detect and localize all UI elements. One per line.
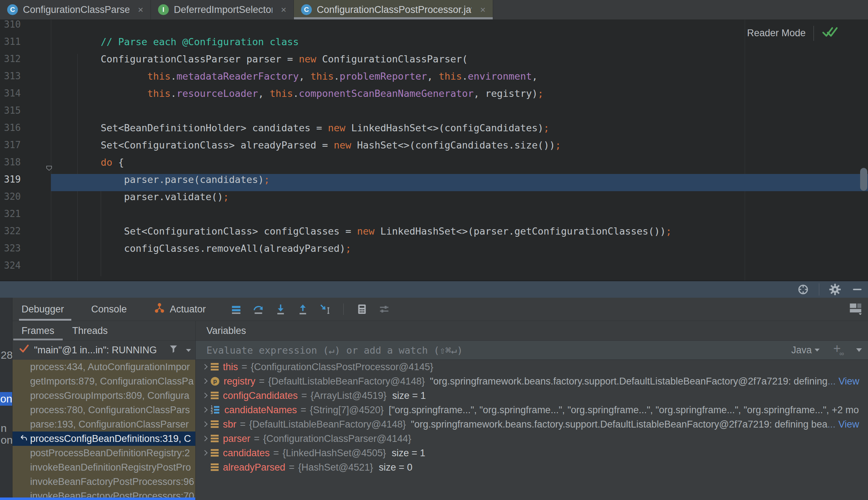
line-number: 311 [0,36,21,47]
code-line[interactable]: 320 parser.validate(); [0,191,868,208]
expand-chevron-icon[interactable] [201,392,209,399]
code-line[interactable]: 312 ConfigurationClassParser parser = ne… [0,53,868,71]
expand-chevron-icon[interactable] [201,435,209,442]
add-watch-icon[interactable] [832,344,844,356]
target-icon[interactable] [797,283,810,296]
code-line[interactable]: 323 configClasses.removeAll(alreadyParse… [0,243,868,260]
evaluate-expression-bar[interactable]: Evaluate expression (↵) or add a watch (… [196,341,868,360]
code-line[interactable]: 315 [0,105,868,122]
frames-list[interactable]: process:434, AutoConfigurationImporgetIm… [13,360,195,500]
variable-name: candidateNames [224,405,297,416]
view-link[interactable]: View [838,419,859,430]
stack-frame-row[interactable]: processConfigBeanDefinitions:319, C [13,431,195,446]
stack-frame-row[interactable]: invokeBeanFactoryPostProcessors:96 [13,475,195,489]
code-text: parser.parse(candidates); [54,174,270,185]
gear-icon[interactable] [829,283,841,296]
chevron-down-icon[interactable] [186,349,191,352]
variable-name: sbr [223,419,237,430]
settings-sliders-icon[interactable] [378,303,390,315]
tab-debugger[interactable]: Debugger [13,298,78,321]
close-icon[interactable]: × [477,4,486,15]
close-icon[interactable]: × [134,4,143,15]
code-line[interactable]: 318 do { [0,157,868,174]
equals-sign: = [237,419,249,430]
field-icon [211,420,219,429]
line-number: 324 [0,260,21,271]
stack-frame-row[interactable]: process:434, AutoConfigurationImpor [13,360,195,374]
tab-threads[interactable]: Threads [63,321,117,340]
code-line[interactable]: 313 this.metadataReaderFactory, this.pro… [0,71,868,88]
stack-frame-row[interactable]: processGroupImports:809, Configura [13,388,195,403]
array-icon [211,406,220,414]
variable-row[interactable]: pregistry={DefaultListableBeanFactory@41… [196,374,868,388]
stack-frame-row[interactable]: process:780, ConfigurationClassPars [13,403,195,417]
truncation-ellipsis: ... [828,419,836,430]
code-line[interactable]: 321 [0,208,868,226]
expand-chevron-icon[interactable] [201,421,209,428]
step-out-icon[interactable] [297,303,309,315]
language-selector[interactable]: Java [791,345,820,356]
editor-tab[interactable]: IDeferredImportSelector.java× [151,0,294,19]
step-into-icon[interactable] [275,303,287,315]
field-icon [211,463,219,472]
stack-frame-row[interactable]: postProcessBeanDefinitionRegistry:2 [13,446,195,460]
double-check-icon[interactable] [822,25,838,42]
stack-frame-row[interactable]: invokeBeanDefinitionRegistryPostPro [13,460,195,475]
variable-row[interactable]: parser={ConfigurationClassParser@4144} [196,431,868,446]
editor-tab[interactable]: CConfigurationClassParser.java× [0,0,151,19]
reader-mode-label[interactable]: Reader Mode [747,28,806,39]
stack-frame-row[interactable]: getImports:879, ConfigurationClassPa [13,374,195,388]
ide-window: CConfigurationClassParser.java×IDeferred… [0,0,868,500]
code-line[interactable]: 322 Set<ConfigurationClass> configClasse… [0,226,868,243]
step-over-icon[interactable] [252,303,264,315]
variable-row[interactable]: candidateNames={String[7]@4520}["org.spr… [196,403,868,417]
evaluate-calculator-icon[interactable] [356,303,368,315]
evaluate-input[interactable]: Evaluate expression (↵) or add a watch (… [206,345,791,356]
line-number: 315 [0,105,21,116]
view-link[interactable]: View [839,376,859,387]
variable-row[interactable]: candidates={LinkedHashSet@4505}size = 1 [196,446,868,460]
tab-label: Debugger [22,304,64,315]
code-line[interactable]: 319 parser.parse(candidates); [0,174,868,191]
tab-console[interactable]: Console [78,298,140,321]
hide-toolwindow-icon[interactable] [851,283,864,296]
tab-actuator[interactable]: Actuator [140,298,220,321]
editor-tab-bar: CConfigurationClassParser.java×IDeferred… [0,0,868,20]
close-icon[interactable]: × [277,4,286,15]
variable-row[interactable]: sbr={DefaultListableBeanFactory@4148}"or… [196,417,868,431]
expand-chevron-icon[interactable] [201,363,209,371]
editor-tab[interactable]: CConfigurationClassPostProcessor.java× [294,0,493,19]
equals-sign: = [297,405,310,416]
variables-list[interactable]: this={ConfigurationClassPostProcessor@41… [196,360,868,500]
mute-bars-icon[interactable] [230,303,242,315]
field-icon [211,363,219,371]
code-line[interactable]: 316 Set<BeanDefinitionHolder> candidates… [0,122,868,140]
line-number: 322 [0,226,21,236]
variable-row[interactable]: this={ConfigurationClassPostProcessor@41… [196,360,868,374]
variable-row[interactable]: alreadyParsed={HashSet@4521}size = 0 [196,460,868,475]
expand-chevron-icon[interactable] [201,406,209,414]
editor-scrollbar[interactable] [860,168,867,191]
bottom-scroll-strip[interactable] [0,497,195,500]
code-line[interactable]: 324 [0,260,868,277]
variable-row[interactable]: configCandidates={ArrayList@4519}size = … [196,388,868,403]
chevron-down-icon[interactable] [856,348,862,352]
language-label: Java [791,345,812,356]
code-line[interactable]: 310 [0,20,868,36]
actuator-icon [154,302,165,317]
layout-settings-icon[interactable] [849,302,863,315]
line-number: 314 [0,88,21,99]
code-line[interactable]: 317 Set<ConfigurationClass> alreadyParse… [0,140,868,157]
code-line[interactable]: 311 // Parse each @Configuration class [0,36,868,53]
variable-name: candidates [223,448,270,459]
run-to-cursor-icon[interactable] [319,303,331,315]
expand-chevron-icon[interactable] [201,449,209,457]
tab-frames[interactable]: Frames [13,321,63,340]
thread-status-row[interactable]: "main"@1 in...in": RUNNING [13,341,195,360]
stack-frame-row[interactable]: parse:193, ConfigurationClassParser [13,417,195,431]
expand-chevron-icon[interactable] [201,378,209,385]
filter-funnel-icon[interactable] [169,344,178,357]
code-editor[interactable]: 310311 // Parse each @Configuration clas… [0,20,868,280]
field-icon [211,391,219,400]
code-line[interactable]: 314 this.resourceLoader, this.componentS… [0,88,868,105]
